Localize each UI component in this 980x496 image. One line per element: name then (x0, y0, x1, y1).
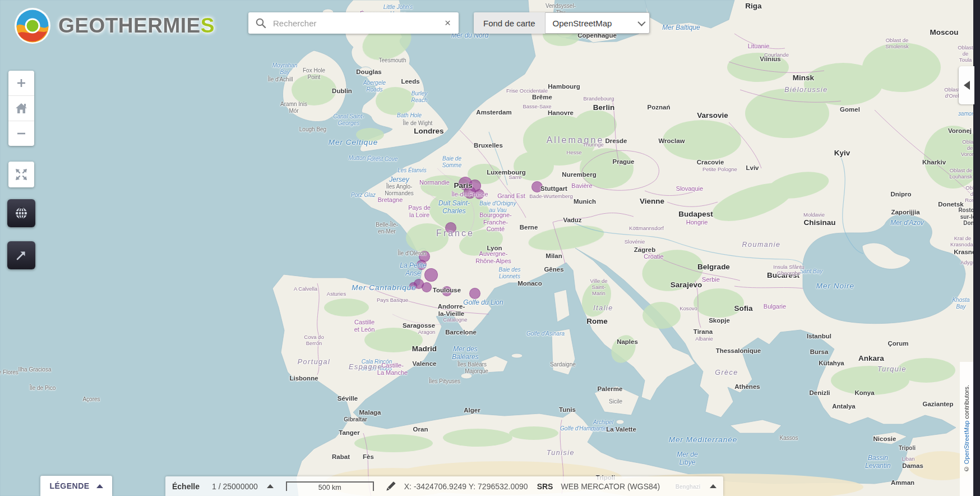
arrow-up-right-icon (15, 249, 27, 261)
chevron-left-icon (964, 81, 970, 90)
expand-arrows-icon (15, 168, 28, 181)
malta (616, 420, 624, 424)
legend-label: LÉGENDE (49, 481, 89, 490)
map-attribution: © OpenStreetMap contributors. (960, 362, 973, 496)
geothermal-site-marker[interactable] (409, 282, 417, 290)
app-logo: GEOTHERMIES (15, 8, 215, 44)
attribution-suffix: contributors. (963, 385, 970, 421)
cursor-coordinates: X: -3424706.9249 Y: 7296532.0090 (404, 482, 528, 491)
ibiza (461, 373, 472, 379)
fullscreen-button[interactable] (8, 162, 34, 187)
basemap-select[interactable]: OpenStreetMap (546, 12, 650, 34)
home-extent-button[interactable] (8, 95, 34, 121)
geothermal-site-marker[interactable] (422, 282, 432, 292)
geothermal-site-marker[interactable] (531, 181, 543, 192)
plus-icon (16, 77, 27, 89)
geothermal-site-marker[interactable] (445, 222, 456, 233)
zoom-in-button[interactable] (8, 71, 34, 95)
open-external-button[interactable] (7, 241, 35, 269)
globe-icon (14, 206, 29, 221)
srs-label: SRS (537, 482, 553, 491)
search-box: × (248, 12, 459, 34)
basemap-selected-value: OpenStreetMap (553, 19, 612, 28)
geothermal-site-marker[interactable] (417, 260, 427, 270)
scale-chevron-up-icon[interactable] (267, 484, 274, 488)
map-canvas[interactable] (0, 0, 980, 496)
search-icon (255, 17, 266, 29)
search-input[interactable] (272, 18, 437, 29)
globe-button[interactable] (7, 199, 35, 227)
geothermal-site-marker[interactable] (474, 189, 484, 199)
scale-label: Échelle (172, 482, 200, 491)
minus-icon (16, 128, 27, 139)
home-icon (15, 103, 27, 114)
zoom-control-group (8, 71, 34, 146)
edit-coordinates-button[interactable] (384, 480, 396, 493)
legend-toggle-button[interactable]: LÉGENDE (40, 476, 112, 496)
geothermal-site-marker[interactable] (442, 286, 452, 296)
isle-of-man (359, 67, 372, 77)
srs-value[interactable]: WEB MERCATOR (WGS84) (561, 482, 660, 491)
srs-chevron-up-icon[interactable] (710, 484, 716, 488)
app-title: GEOTHERMIES (58, 14, 215, 38)
status-bar: Échelle 1 / 25000000 500 km X: -3424706.… (165, 476, 723, 496)
scale-value[interactable]: 1 / 25000000 (212, 482, 258, 491)
scale-ruler-label: 500 km (318, 484, 341, 492)
scale-ruler: 500 km (286, 481, 374, 491)
pencil-icon (384, 480, 396, 493)
geothermal-site-marker[interactable] (469, 288, 480, 299)
geothermies-app: Mer du NordMer CeltiqueMer BaltiqueMer C… (0, 0, 980, 496)
attribution-prefix: © (963, 465, 970, 473)
minorca (511, 353, 523, 358)
zoom-out-button[interactable] (8, 121, 34, 146)
clear-search-icon[interactable]: × (437, 17, 459, 29)
basemap-control: Fond de carte OpenStreetMap (474, 12, 650, 34)
geothermal-site-marker[interactable] (424, 268, 438, 282)
chevron-up-icon (96, 484, 103, 488)
panel-collapse-tab[interactable] (959, 66, 974, 104)
osm-attribution-link[interactable]: OpenStreetMap (963, 421, 970, 465)
geothermies-logo-icon (15, 8, 50, 44)
chevron-down-icon (637, 19, 645, 26)
basemap-label: Fond de carte (474, 12, 546, 34)
